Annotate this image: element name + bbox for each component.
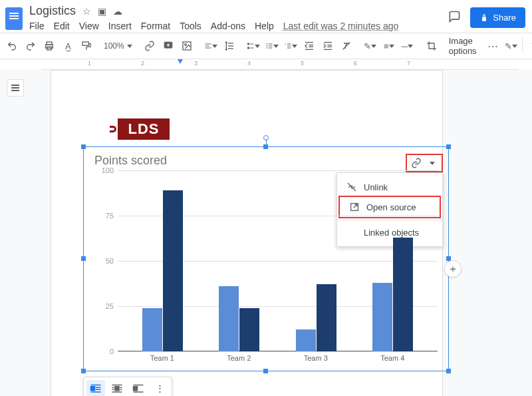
crop-icon[interactable] [425, 38, 438, 54]
hide-menus-icon[interactable]: ˆ [527, 38, 532, 54]
x-tick-label: Team 2 [227, 354, 251, 362]
chart-title: Points scored [94, 154, 438, 168]
spellcheck-icon[interactable]: A̲ [61, 38, 74, 54]
x-tick-label: Team 4 [380, 354, 404, 362]
svg-rect-3 [82, 42, 88, 45]
add-content-side-button[interactable]: ＋ [444, 260, 462, 278]
chart-plot-area: 0255075100 [117, 170, 438, 351]
menu-addons[interactable]: Add-ons [211, 21, 245, 31]
number-list-icon[interactable]: 1 [284, 38, 297, 54]
horizontal-ruler[interactable]: 1 2 3 4 5 6 7 [41, 59, 519, 70]
linked-chart-dropdown[interactable] [426, 156, 439, 170]
menu-view[interactable]: View [79, 21, 99, 31]
bar [142, 308, 162, 351]
document-canvas: LDS Unlink [0, 70, 532, 396]
share-button[interactable]: Share [470, 7, 525, 28]
border-dash-icon[interactable]: ─ [401, 38, 414, 54]
svg-text:1: 1 [285, 43, 287, 46]
wrap-text-icon[interactable] [108, 380, 126, 396]
resize-handle[interactable] [263, 144, 268, 149]
cloud-status-icon[interactable]: ☁ [113, 6, 122, 17]
svg-point-21 [267, 48, 267, 49]
checklist-icon[interactable] [247, 38, 260, 54]
line-spacing-icon[interactable] [223, 38, 236, 54]
resize-handle[interactable] [81, 369, 86, 373]
share-button-label: Share [493, 13, 516, 23]
svg-rect-42 [115, 387, 119, 391]
image-wrap-toolbar: ⋮ [83, 377, 172, 396]
bar [372, 283, 392, 351]
menu-tools[interactable]: Tools [180, 21, 201, 31]
docs-app-icon[interactable] [5, 7, 23, 30]
x-tick-label: Team 3 [304, 354, 328, 362]
menu-edit[interactable]: Edit [54, 21, 70, 31]
move-folder-icon[interactable]: ▣ [98, 6, 106, 17]
svg-point-6 [184, 44, 186, 46]
x-tick-label: Team 1 [150, 354, 174, 362]
wrap-inline-icon[interactable] [86, 380, 105, 396]
linked-chart-controls [406, 154, 443, 172]
border-color-icon[interactable]: ✎ [364, 38, 377, 54]
lds-logo-left-mark [110, 126, 116, 132]
resize-handle[interactable] [81, 256, 86, 261]
menu-format[interactable]: Format [141, 21, 170, 31]
bar [219, 286, 239, 351]
svg-rect-37 [91, 387, 95, 391]
wrap-break-icon[interactable] [129, 380, 148, 396]
zoom-dropdown[interactable]: 100% [104, 41, 132, 51]
menu-file[interactable]: File [29, 21, 45, 31]
last-edit-link[interactable]: Last edit was 2 minutes ago [283, 21, 399, 31]
bar [163, 190, 183, 351]
svg-point-19 [267, 46, 267, 47]
comments-icon[interactable] [448, 10, 461, 25]
resize-handle[interactable] [263, 369, 268, 373]
undo-icon[interactable] [5, 38, 19, 54]
bar [296, 329, 316, 351]
resize-handle[interactable] [446, 369, 451, 373]
embedded-chart[interactable]: Unlink Open source Linked objects Points… [83, 146, 449, 371]
align-dropdown-icon[interactable] [204, 38, 217, 54]
menu-insert[interactable]: Insert [108, 21, 132, 31]
bar [317, 284, 336, 351]
document-title[interactable]: Logistics [29, 4, 76, 18]
more-tools-icon[interactable]: ⋯ [487, 40, 499, 53]
svg-rect-13 [247, 43, 249, 45]
svg-point-17 [267, 44, 267, 45]
menu-bar: File Edit View Insert Format Tools Add-o… [29, 18, 398, 31]
svg-rect-15 [247, 47, 249, 49]
insert-link-icon[interactable] [143, 38, 156, 54]
paint-format-icon[interactable] [80, 38, 93, 54]
editing-mode-icon[interactable]: ✎ [505, 38, 518, 54]
lds-logo: LDS [118, 118, 170, 140]
bar [393, 238, 413, 351]
image-options-button[interactable]: Image options [449, 36, 477, 56]
document-outline-button[interactable] [7, 79, 24, 97]
chart-x-axis: Team 1Team 2Team 3Team 4 [117, 351, 438, 362]
linked-chart-icon[interactable] [410, 156, 423, 170]
increase-indent-icon[interactable] [321, 38, 334, 54]
svg-rect-49 [134, 387, 138, 391]
bar [239, 308, 259, 351]
clear-format-icon[interactable] [340, 38, 353, 54]
star-icon[interactable]: ☆ [82, 6, 91, 17]
insert-image-icon[interactable] [180, 38, 194, 54]
document-page[interactable]: LDS Unlink [51, 70, 443, 396]
resize-handle[interactable] [81, 144, 86, 149]
border-weight-icon[interactable]: ≡ [382, 38, 396, 54]
add-comment-icon[interactable] [162, 38, 175, 54]
resize-handle[interactable] [446, 144, 451, 149]
redo-icon[interactable] [24, 38, 37, 54]
menu-help[interactable]: Help [255, 21, 274, 31]
print-icon[interactable] [43, 38, 56, 54]
bullet-list-icon[interactable] [265, 38, 279, 54]
toolbar: A̲ 100% 1 ✎ ≡ ─ Image options ⋯ ✎ ˆ [0, 33, 532, 59]
ruler-indent-marker-icon[interactable] [178, 59, 183, 64]
wrap-more-icon[interactable]: ⋮ [150, 380, 169, 396]
decrease-indent-icon[interactable] [303, 38, 316, 54]
